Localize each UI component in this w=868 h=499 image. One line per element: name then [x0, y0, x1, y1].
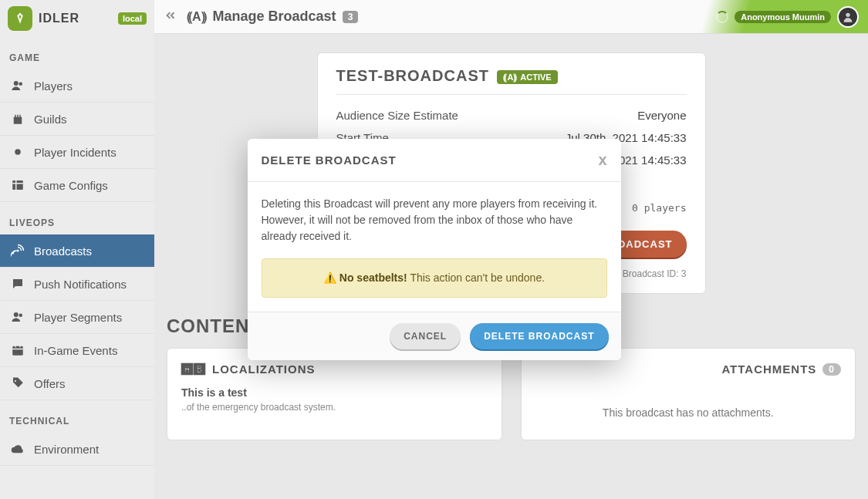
cancel-button[interactable]: CANCEL: [390, 323, 461, 349]
delete-modal: DELETE BROADCAST x Deleting this Broadca…: [248, 139, 621, 360]
warning-box: ⚠️ No seatbelts! This action can't be un…: [262, 258, 607, 298]
modal-title: DELETE BROADCAST: [262, 153, 397, 167]
warning-strong: No seatbelts!: [339, 271, 407, 284]
confirm-delete-button[interactable]: DELETE BROADCAST: [470, 323, 608, 349]
warning-icon: ⚠️: [323, 271, 336, 284]
warning-text: This action can't be undone.: [410, 271, 545, 284]
modal-overlay: DELETE BROADCAST x Deleting this Broadca…: [0, 0, 868, 499]
close-icon[interactable]: x: [598, 151, 606, 169]
modal-body-text: Deleting this Broadcast will prevent any…: [262, 196, 607, 244]
